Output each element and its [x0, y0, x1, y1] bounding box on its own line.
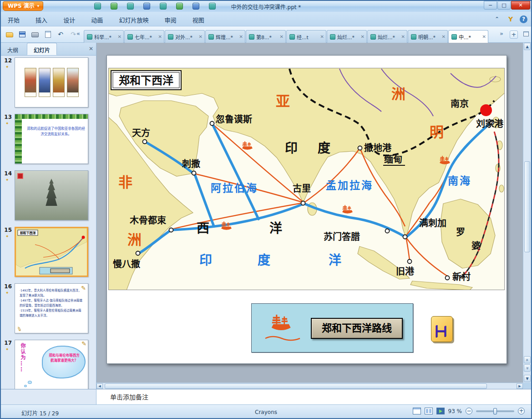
collapse-ribbon-icon[interactable]: ⌃ — [492, 15, 502, 24]
restore-document-icon[interactable] — [523, 31, 529, 36]
bullet-line: ·1492年，意大利人哥伦布率船队横渡大西洋，发现了美洲新大陆。 — [20, 288, 84, 298]
previous-slide-button[interactable]: « — [524, 356, 531, 363]
scroll-left-icon[interactable]: ◀ — [96, 383, 103, 389]
doc-tab[interactable]: 灿烂...*✕ — [327, 30, 367, 43]
menu-item-insert[interactable]: 插入 — [29, 12, 54, 26]
map-legend[interactable]: 郑和下西洋路线 — [251, 303, 413, 353]
slide-canvas[interactable]: 亚 洲 南京 刘家港 明 忽鲁谟斯 天方 刺撒 印 度 撒地港 缅甸 非 阿拉伯… — [106, 55, 507, 364]
tab-outline[interactable]: 大纲 — [1, 43, 25, 56]
help-icon[interactable]: ? — [520, 15, 527, 23]
normal-view-button[interactable] — [413, 408, 421, 414]
vscroll-thumb[interactable] — [524, 161, 530, 252]
doc-tab[interactable]: 辉煌...*✕ — [205, 30, 245, 43]
doc-tab[interactable]: 灿烂...*✕ — [367, 30, 407, 43]
label-indian-ocean-du: 度 — [258, 253, 270, 268]
slide-thumbnail[interactable]: 你认为…… 郑和与哥伦布等西方航海家谁更伟大？ ✎ — [15, 340, 88, 389]
pencil-icon: ✎ — [81, 285, 86, 291]
label-tianfang: 天方 — [132, 128, 150, 138]
slide-thumbnail[interactable] — [15, 170, 88, 220]
close-panel-icon[interactable]: ✕ — [89, 46, 93, 52]
doc-tab-active[interactable]: 中...*✕ — [448, 30, 488, 43]
tab-slides[interactable]: 幻灯片 — [27, 43, 57, 55]
menu-item-design[interactable]: 设计 — [56, 12, 82, 26]
print-icon[interactable] — [30, 29, 40, 40]
minimize-button[interactable]: ─ — [484, 1, 497, 10]
animation-indicator-icon: ✦ — [5, 291, 9, 295]
open-folder-icon[interactable] — [5, 29, 15, 40]
slide-thumbnail[interactable]: ·1492年，意大利人哥伦布率船队横渡大西洋，发现了美洲新大陆。 ·1497年，… — [15, 283, 88, 333]
menu-item-slideshow[interactable]: 幻灯片放映 — [112, 12, 155, 26]
vertical-scrollbar[interactable]: ▲ « « ▼ — [523, 43, 531, 383]
tab-scroll-left-icon[interactable]: « — [76, 30, 80, 37]
stamp-images — [15, 58, 88, 107]
slide-thumbnail[interactable]: 郑和的远航促进了中国和亚非各国的经济交流和友好关系。 — [15, 114, 88, 164]
animation-indicator-icon: ✦ — [5, 121, 9, 126]
menu-item-view[interactable]: 视图 — [186, 12, 211, 26]
presentation-file-icon — [127, 34, 133, 40]
legend-ship-icon — [262, 312, 303, 344]
label-luo: 罗 — [456, 227, 465, 238]
maximize-button[interactable]: □ — [497, 1, 511, 10]
animation-indicator-icon: ✦ — [5, 347, 9, 352]
document-tabs: 科举...*✕ 七年...*✕ 对外...*✕ 辉煌...*✕ 第8...*✕ … — [84, 30, 489, 43]
presentation-file-icon — [330, 34, 335, 40]
hscroll-thumb[interactable] — [105, 383, 487, 389]
zoom-in-button[interactable]: + — [518, 408, 525, 414]
label-manbasa: 慢八撒 — [113, 259, 141, 270]
close-tab-icon[interactable]: ✕ — [158, 34, 162, 39]
scroll-up-icon[interactable]: ▲ — [524, 43, 531, 50]
close-tab-icon[interactable]: ✕ — [280, 34, 284, 39]
close-tab-icon[interactable]: ✕ — [401, 34, 405, 39]
tab-scroll-right-icon[interactable]: » — [500, 30, 503, 37]
save-icon[interactable] — [17, 29, 27, 40]
doc-tab[interactable]: 第8...*✕ — [246, 30, 286, 43]
close-button[interactable]: ✕ — [511, 1, 530, 10]
doc-tab[interactable]: 明朝...*✕ — [408, 30, 448, 43]
print-preview-icon[interactable] — [43, 29, 53, 40]
scroll-down-icon[interactable]: ▼ — [524, 375, 531, 382]
window-controls: ─ □ ✕ — [483, 1, 530, 10]
next-slide-button[interactable]: « — [524, 364, 531, 372]
scroll-right-icon[interactable]: ▶ — [517, 383, 523, 389]
close-tab-icon[interactable]: ✕ — [361, 34, 365, 39]
menu-item-start[interactable]: 开始 — [1, 12, 26, 26]
horizontal-scrollbar[interactable]: ◀ ▶ — [96, 383, 523, 389]
titlebar: WPS 演示 ▾ 中外的交往与冲突课件.ppt * ─ □ ✕ — [1, 1, 531, 12]
slide-sorter-view-button[interactable] — [425, 408, 433, 414]
doc-tab[interactable]: 七年...*✕ — [124, 30, 164, 43]
label-asia2: 洲 — [391, 86, 405, 102]
zoom-slider[interactable] — [476, 410, 514, 412]
doc-tab[interactable]: 科举...*✕ — [84, 30, 124, 43]
label-yang: 洋 — [269, 221, 282, 236]
doc-tab[interactable]: 经...t✕ — [286, 30, 326, 43]
notes-area[interactable]: 单击添加备注 — [96, 389, 532, 404]
undo-icon[interactable]: ↶ — [56, 29, 66, 40]
zoom-out-button[interactable]: − — [466, 408, 472, 414]
slide-number: 12 — [2, 57, 12, 64]
close-tab-icon[interactable]: ✕ — [482, 34, 486, 39]
thumbnail-text: 郑和的远航促进了中国和亚非各国的经济交流和友好关系。 — [26, 126, 86, 137]
label-africa-zhou: 洲 — [127, 231, 142, 248]
sidebar-tabs: 大纲 幻灯片 ✕ — [1, 43, 96, 56]
presentation-file-icon — [451, 34, 457, 40]
menu-item-review[interactable]: 审阅 — [158, 12, 183, 26]
close-tab-icon[interactable]: ✕ — [199, 34, 203, 39]
floral-border — [15, 114, 22, 164]
close-tab-icon[interactable]: ✕ — [442, 34, 446, 39]
slideshow-button[interactable] — [436, 408, 445, 414]
slide-action-button[interactable]: 工 — [431, 316, 453, 342]
slide-number: 15 — [2, 227, 12, 233]
label-sadigang: 撒地港 — [364, 143, 392, 153]
label-indian-ocean-yin: 印 — [199, 253, 212, 268]
close-tab-icon[interactable]: ✕ — [320, 34, 324, 39]
new-tab-button[interactable]: + — [510, 31, 518, 39]
doc-tab[interactable]: 对外...*✕ — [165, 30, 205, 43]
close-tab-icon[interactable]: ✕ — [239, 34, 243, 39]
slide-thumbnail[interactable] — [15, 57, 88, 107]
menu-item-animation[interactable]: 动画 — [84, 12, 110, 26]
close-tab-icon[interactable]: ✕ — [118, 34, 122, 39]
slide-thumbnail-current[interactable]: 郑和下西洋 — [15, 227, 88, 277]
wps-vip-icon[interactable]: Y — [506, 15, 515, 24]
map-title: 郑和下西洋 — [119, 74, 173, 87]
zoom-slider-thumb[interactable] — [493, 408, 497, 414]
